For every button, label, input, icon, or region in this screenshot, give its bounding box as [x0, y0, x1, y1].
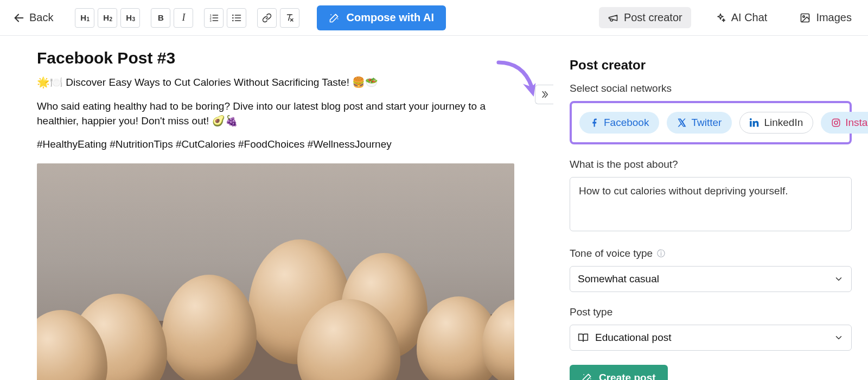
sparkle-icon: [715, 12, 726, 23]
clear-format-button[interactable]: [280, 8, 299, 28]
svg-point-15: [331, 14, 332, 15]
instagram-icon: [831, 118, 841, 128]
image-icon: [800, 12, 810, 23]
chip-facebook[interactable]: Facebook: [579, 112, 659, 134]
chip-linkedin-label: LinkedIn: [764, 117, 803, 129]
linkedin-icon: [750, 118, 760, 128]
arrow-left-icon: [13, 12, 25, 24]
create-post-button[interactable]: Create post: [570, 365, 668, 380]
chip-twitter[interactable]: Twitter: [667, 112, 732, 134]
panel-title: Post creator: [570, 58, 852, 73]
heading-group: H1 H2 H3: [75, 8, 140, 28]
inline-format-group: B I: [151, 8, 193, 28]
svg-point-22: [583, 374, 584, 375]
megaphone-icon: [608, 12, 618, 23]
nav-post-creator[interactable]: Post creator: [599, 7, 691, 28]
list-group: 123: [204, 8, 246, 28]
editor-area: Facebook Post #3 🌟🍽️ Discover Easy Ways …: [0, 36, 553, 380]
tone-dropdown[interactable]: Somewhat casual: [570, 266, 852, 292]
chip-instagram[interactable]: Instagram: [821, 112, 868, 134]
svg-point-18: [803, 15, 805, 17]
panel-expand-handle[interactable]: [535, 85, 553, 104]
bold-button[interactable]: B: [151, 8, 170, 28]
chip-instagram-label: Instagram: [845, 117, 868, 129]
magic-wand-icon: [582, 372, 592, 380]
post-title[interactable]: Facebook Post #3: [37, 49, 514, 67]
compose-ai-label: Compose with AI: [346, 11, 433, 24]
svg-point-21: [838, 120, 839, 121]
unordered-list-button[interactable]: [227, 8, 246, 28]
nav-images-label: Images: [816, 11, 852, 24]
chevron-down-icon: [834, 333, 844, 343]
nav-ai-chat-label: AI Chat: [731, 11, 768, 24]
svg-text:3: 3: [210, 18, 212, 22]
tone-value: Somewhat casual: [578, 273, 659, 285]
ordered-list-button[interactable]: 123: [204, 8, 224, 28]
clear-format-icon: [285, 13, 295, 23]
facebook-icon: [590, 118, 599, 128]
post-intro-line[interactable]: 🌟🍽️ Discover Easy Ways to Cut Calories W…: [37, 76, 514, 89]
chip-facebook-label: Facebook: [604, 117, 649, 129]
post-description[interactable]: Who said eating healthy had to be boring…: [37, 99, 514, 129]
h1-button[interactable]: H1: [75, 8, 94, 28]
chevron-down-icon: [834, 274, 844, 284]
ordered-list-icon: 123: [208, 12, 219, 23]
top-toolbar: Back H1 H2 H3 B I 123 Compose with AI: [0, 0, 868, 36]
post-type-label: Post type: [570, 306, 852, 318]
right-nav: Post creator AI Chat Images: [599, 7, 860, 28]
svg-point-10: [233, 14, 234, 16]
unordered-list-icon: [231, 12, 242, 23]
link-button[interactable]: [257, 8, 277, 28]
magic-wand-icon: [329, 12, 340, 23]
chevrons-right-icon: [540, 90, 550, 99]
svg-point-16: [337, 18, 339, 19]
h2-button[interactable]: H2: [98, 8, 117, 28]
book-icon: [578, 332, 589, 343]
nav-post-creator-label: Post creator: [624, 11, 682, 24]
twitter-x-icon: [677, 118, 687, 128]
back-label: Back: [29, 11, 53, 24]
create-post-label: Create post: [599, 372, 656, 380]
nav-images[interactable]: Images: [791, 7, 860, 28]
post-type-value: Educational post: [595, 332, 672, 344]
post-creator-panel: Post creator Select social networks Face…: [553, 36, 868, 380]
post-type-dropdown[interactable]: Educational post: [570, 325, 852, 351]
svg-point-11: [233, 17, 234, 18]
h3-button[interactable]: H3: [120, 8, 140, 28]
nav-ai-chat[interactable]: AI Chat: [706, 7, 776, 28]
about-label: What is the post about?: [570, 159, 852, 170]
misc-format-group: [257, 8, 299, 28]
chip-twitter-label: Twitter: [691, 117, 722, 129]
info-icon[interactable]: ⓘ: [657, 249, 665, 259]
link-icon: [262, 13, 272, 23]
svg-point-23: [590, 378, 591, 379]
social-networks-selector: Facebook Twitter LinkedIn Instagram: [570, 101, 852, 144]
italic-button[interactable]: I: [174, 8, 193, 28]
chip-linkedin[interactable]: LinkedIn: [739, 112, 813, 134]
networks-label: Select social networks: [570, 83, 852, 94]
svg-point-20: [834, 121, 838, 124]
back-button[interactable]: Back: [8, 8, 59, 27]
about-textarea[interactable]: [570, 177, 852, 231]
compose-ai-button[interactable]: Compose with AI: [317, 5, 445, 30]
post-image[interactable]: [37, 163, 514, 380]
svg-point-12: [233, 20, 234, 21]
tone-label: Tone of voice type ⓘ: [570, 248, 852, 259]
post-hashtags[interactable]: #HealthyEating #NutritionTips #CutCalori…: [37, 138, 514, 150]
